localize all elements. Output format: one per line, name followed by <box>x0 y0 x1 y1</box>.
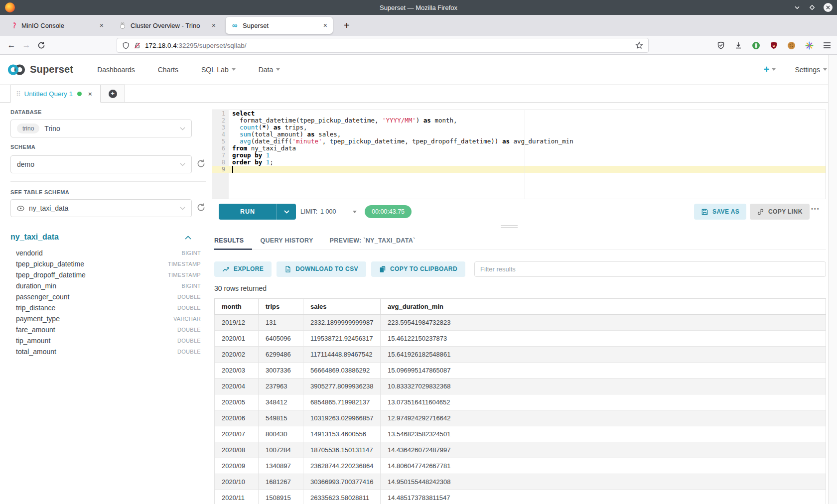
tab-close-icon[interactable]: × <box>98 21 105 29</box>
results-tab-preview[interactable]: PREVIEW: `NY_TAXI_DATA` <box>330 231 416 250</box>
window-title: Superset — Mozilla Firefox <box>0 4 837 11</box>
editor-gutter: 123456789 <box>212 110 229 199</box>
window-minimize-icon[interactable] <box>793 3 801 11</box>
browser-new-tab-button[interactable]: + <box>341 20 353 31</box>
table-cell: 18705536.150131147 <box>303 442 381 458</box>
code-line: format_datetime(tpep_pickup_datetime, 'Y… <box>229 117 826 124</box>
column-header-month[interactable]: month <box>215 299 259 315</box>
column-type: TIMESTAMP <box>168 261 201 267</box>
tab-close-icon[interactable]: × <box>210 21 217 29</box>
reload-button[interactable] <box>34 41 49 49</box>
results-tab-results[interactable]: RESULTS <box>214 231 244 250</box>
table-cell: 14.806047742667781 <box>381 458 826 474</box>
run-options-caret[interactable] <box>277 204 296 220</box>
schema-column-row: tpep_pickup_datetimeTIMESTAMP <box>16 258 201 269</box>
schema-label: SCHEMA <box>10 144 35 150</box>
nav-item-dashboards[interactable]: Dashboards <box>97 66 135 74</box>
column-type: DOUBLE <box>177 305 201 311</box>
results-tab-bar: RESULTSQUERY HISTORYPREVIEW: `NY_TAXI_DA… <box>214 231 826 250</box>
nav-item-charts[interactable]: Charts <box>158 66 178 74</box>
sql-editor[interactable]: 123456789 select format_datetime(tpep_pi… <box>212 110 826 199</box>
colorful-asterisk-extension-icon[interactable] <box>805 41 814 50</box>
explore-button[interactable]: EXPLORE <box>214 261 272 277</box>
table-select[interactable]: ny_taxi_data <box>10 199 192 217</box>
downloads-icon[interactable] <box>734 41 742 49</box>
schema-column-row: passenger_countDOUBLE <box>16 291 201 302</box>
insecure-lock-icon[interactable] <box>134 42 141 49</box>
browser-tab[interactable]: ∞Superset× <box>226 17 333 34</box>
url-field[interactable]: 172.18.0.4:32295/superset/sqllab/ <box>117 38 649 53</box>
download-csv-button[interactable]: DOWNLOAD TO CSV <box>277 261 366 277</box>
table-cell: 14.950155448242308 <box>381 474 826 490</box>
refresh-tables-icon[interactable] <box>196 203 207 214</box>
window-maximize-icon[interactable] <box>808 3 816 11</box>
nav-item-data[interactable]: Data <box>259 66 280 74</box>
column-type: DOUBLE <box>177 349 201 355</box>
column-header-trips[interactable]: trips <box>259 299 303 315</box>
query-tab-close-icon[interactable]: × <box>88 90 92 98</box>
copy-link-button[interactable]: COPY LINK <box>750 204 810 220</box>
table-row: 2020/11150891526335623.5802881114.485173… <box>215 490 826 504</box>
database-label: DATABASE <box>10 109 42 115</box>
limit-dropdown[interactable]: LIMIT: 1 000 <box>300 204 357 220</box>
browser-tab[interactable]: Cluster Overview - Trino× <box>114 17 221 34</box>
nav-item-sql-lab[interactable]: SQL Lab <box>201 66 236 74</box>
drag-handle-icon[interactable]: ⠿ <box>16 90 21 98</box>
line-number: 7 <box>212 152 229 159</box>
table-row: 2020/03300733656664869.0388629215.096995… <box>215 363 826 378</box>
code-line: group by 1 <box>229 152 826 159</box>
table-cell: 10.833327029832368 <box>381 378 826 394</box>
collapse-chevron-up-icon[interactable] <box>185 236 191 240</box>
bookmark-star-icon[interactable] <box>635 41 643 49</box>
run-button[interactable]: RUN <box>219 204 277 220</box>
run-query-split-button[interactable]: RUN <box>219 204 296 220</box>
superset-logo[interactable]: Superset <box>6 63 73 77</box>
forward-button[interactable]: → <box>19 40 34 50</box>
more-actions-button[interactable]: ••• <box>811 206 820 212</box>
schema-column-row: fare_amountDOUBLE <box>16 324 201 335</box>
results-tab-query-history[interactable]: QUERY HISTORY <box>261 231 313 250</box>
column-name: tpep_pickup_datetime <box>16 260 84 268</box>
table-cell: 237963 <box>259 378 303 394</box>
chevron-down-icon <box>180 127 185 130</box>
table-cell: 6299486 <box>259 347 303 363</box>
column-name: fare_amount <box>16 326 55 334</box>
ublock-shield-icon[interactable]: u <box>770 41 778 49</box>
column-type: VARCHAR <box>173 316 201 322</box>
table-row: 2019/121312332.1899999999987223.59541984… <box>215 315 826 331</box>
new-query-tab-button[interactable]: + <box>101 85 125 103</box>
browser-tab-title: Cluster Overview - Trino <box>131 22 205 29</box>
filter-results-input[interactable] <box>474 261 826 277</box>
refresh-schemas-icon[interactable] <box>196 159 207 170</box>
table-cell: 13.073516411604652 <box>381 394 826 410</box>
cookie-extension-icon[interactable] <box>787 41 796 50</box>
extension-green-icon[interactable] <box>752 41 760 50</box>
line-number: 5 <box>212 138 229 145</box>
database-select[interactable]: trino Trino <box>10 120 192 137</box>
column-header-avg_duration_min[interactable]: avg_duration_min <box>381 299 826 315</box>
clipboard-icon <box>379 265 386 273</box>
page-scrollbar-track[interactable] <box>828 55 837 504</box>
schema-select[interactable]: demo <box>10 155 192 173</box>
column-header-sales[interactable]: sales <box>303 299 381 315</box>
schema-column-row: total_amountDOUBLE <box>16 346 201 357</box>
code-line: sum(total_amount) as sales, <box>229 131 826 138</box>
window-close-icon[interactable] <box>823 2 833 12</box>
table-schema-heading[interactable]: ny_taxi_data <box>10 233 59 242</box>
copy-clipboard-button[interactable]: COPY TO CLIPBOARD <box>371 261 465 277</box>
navbar-settings-menu[interactable]: Settings <box>795 66 827 74</box>
column-type: DOUBLE <box>177 294 201 300</box>
table-cell: 2020/06 <box>215 410 259 426</box>
hamburger-menu-icon[interactable] <box>823 42 831 49</box>
save-as-button[interactable]: SAVE AS <box>694 204 746 220</box>
query-status-dot <box>77 92 82 96</box>
tracking-shield-icon[interactable] <box>122 42 130 49</box>
protections-shield-icon[interactable] <box>717 41 725 49</box>
tab-close-icon[interactable]: × <box>322 21 329 29</box>
pane-resize-handle[interactable] <box>501 225 518 229</box>
back-button[interactable]: ← <box>4 40 19 50</box>
table-cell: 2020/01 <box>215 331 259 347</box>
browser-tab[interactable]: MinIO Console× <box>4 17 109 34</box>
navbar-plus-button[interactable]: + <box>764 64 776 75</box>
query-tab-untitled-query-1[interactable]: ⠿ Untitled Query 1 × <box>10 85 101 103</box>
